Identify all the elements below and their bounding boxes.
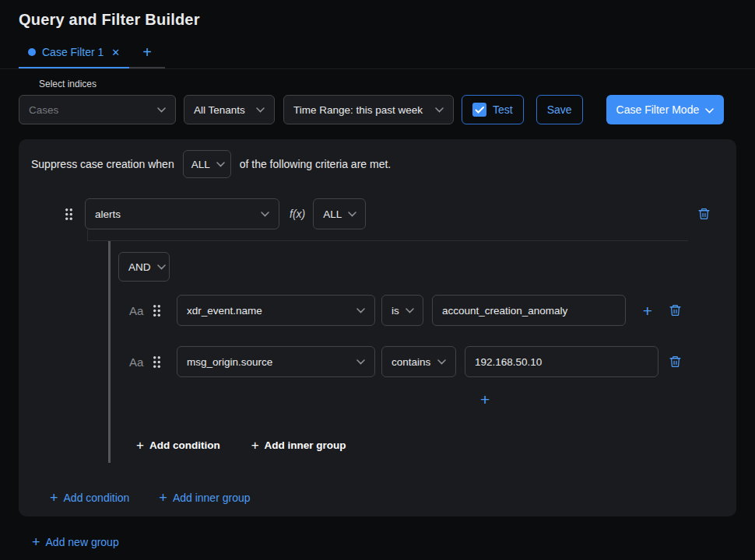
suppress-suffix-text: of the following criteria are met. <box>240 158 392 170</box>
condition-operator-value: contains <box>392 356 430 368</box>
suppress-operator-select[interactable]: ALL <box>183 150 231 178</box>
test-button[interactable]: Test <box>462 95 524 124</box>
add-new-group-label: Add new group <box>46 536 119 548</box>
toolbar: Select indices Cases All Tenants Time Ra… <box>0 79 755 124</box>
plus-icon: + <box>32 535 40 549</box>
logic-operator-value: AND <box>128 261 151 273</box>
condition-operator-select[interactable]: is <box>381 295 423 326</box>
group-connector-line <box>87 229 88 240</box>
add-inner-group-label: Add inner group <box>265 439 346 451</box>
chevron-down-icon <box>157 107 166 113</box>
case-sensitivity-toggle[interactable]: Aa <box>129 355 153 369</box>
condition-operator-value: is <box>392 305 399 317</box>
condition-field-select[interactable]: xdr_event.name <box>177 295 375 326</box>
tab-case-filter-1[interactable]: Case Filter 1 ✕ <box>19 46 129 68</box>
condition-field-value: xdr_event.name <box>187 305 262 317</box>
indices-select[interactable]: Cases <box>19 95 176 124</box>
condition-value-input[interactable] <box>432 295 626 326</box>
add-new-group-button[interactable]: + Add new group <box>32 535 755 549</box>
delete-condition-button[interactable] <box>669 303 682 317</box>
condition-field-value: msg_origin.source <box>187 356 272 368</box>
save-label: Save <box>547 103 572 116</box>
group-operator-select[interactable]: ALL <box>313 198 366 229</box>
group-row: alerts f(x) ALL <box>31 198 724 229</box>
tenants-value: All Tenants <box>194 104 245 116</box>
fx-label: f(x) <box>290 208 305 220</box>
case-filter-mode-button[interactable]: Case Filter Mode <box>606 95 724 124</box>
page-footer: + Add new group <box>32 535 755 549</box>
select-indices-label: Select indices <box>39 79 736 89</box>
delete-condition-button[interactable] <box>669 355 682 369</box>
time-range-select[interactable]: Time Range: this past week <box>283 95 454 124</box>
drag-handle-icon[interactable] <box>65 208 73 221</box>
condition-value-input[interactable] <box>465 346 658 377</box>
chevron-down-icon <box>256 107 265 113</box>
add-condition-label: Add condition <box>64 492 130 504</box>
condition-field-select[interactable]: msg_origin.source <box>177 346 375 377</box>
time-range-value: Time Range: this past week <box>293 104 423 116</box>
indices-placeholder: Cases <box>29 104 58 116</box>
chevron-down-icon <box>705 103 714 116</box>
filter-builder-panel: Suppress case creation when ALL of the f… <box>19 139 736 516</box>
group-operator-value: ALL <box>323 208 342 220</box>
drag-handle-icon[interactable] <box>153 355 161 369</box>
chevron-down-icon <box>216 162 225 167</box>
tab-close-icon[interactable]: ✕ <box>111 47 120 58</box>
add-inner-group-button[interactable]: + Add inner group <box>159 491 250 505</box>
chevron-down-icon <box>356 359 365 365</box>
inner-condition-group: AND Aa xdr_event.name is <box>108 241 687 463</box>
chevron-down-icon <box>348 212 356 217</box>
tenants-select[interactable]: All Tenants <box>184 95 275 124</box>
chevron-down-icon <box>406 308 414 313</box>
tab-bar: Case Filter 1 ✕ + <box>0 44 755 69</box>
delete-group-button[interactable] <box>697 207 711 221</box>
drag-handle-icon[interactable] <box>153 304 161 317</box>
inner-group-actions: + Add condition + Add inner group <box>136 439 687 452</box>
group-actions: + Add condition + Add inner group <box>50 491 724 505</box>
add-condition-button[interactable]: + Add condition <box>50 491 129 505</box>
chevron-down-icon <box>157 264 166 270</box>
condition-operator-select[interactable]: contains <box>381 346 456 377</box>
condition-row: Aa xdr_event.name is + <box>118 295 687 326</box>
suppress-operator-value: ALL <box>191 159 210 170</box>
add-inner-group-label: Add inner group <box>173 492 251 504</box>
mode-label: Case Filter Mode <box>616 103 700 116</box>
tab-label: Case Filter 1 <box>42 46 104 58</box>
plus-icon: + <box>136 439 144 452</box>
add-condition-button[interactable]: + Add condition <box>136 439 220 452</box>
test-label: Test <box>493 103 513 116</box>
add-tab-button[interactable]: + <box>129 44 165 68</box>
suppress-prefix-text: Suppress case creation when <box>31 158 174 170</box>
add-value-icon[interactable]: + <box>643 303 652 319</box>
chevron-down-icon <box>356 308 365 313</box>
save-button[interactable]: Save <box>536 95 583 124</box>
group-source-select[interactable]: alerts <box>85 198 279 229</box>
test-icon <box>472 103 486 117</box>
group-source-value: alerts <box>95 208 121 220</box>
page-title: Query and Filter Builder <box>0 0 755 29</box>
plus-icon: + <box>50 491 58 505</box>
chevron-down-icon <box>261 212 269 217</box>
case-sensitivity-toggle[interactable]: Aa <box>129 304 153 317</box>
condition-row: Aa msg_origin.source contains <box>118 346 687 377</box>
add-value-icon[interactable]: + <box>480 391 496 408</box>
chevron-down-icon <box>437 359 446 365</box>
suppress-rule-row: Suppress case creation when ALL of the f… <box>31 150 724 178</box>
logic-operator-select[interactable]: AND <box>118 252 170 282</box>
plus-icon: + <box>251 439 259 452</box>
tab-active-dot-icon <box>28 48 36 56</box>
add-condition-label: Add condition <box>149 439 220 451</box>
plus-icon: + <box>159 491 167 505</box>
add-inner-group-button[interactable]: + Add inner group <box>251 439 346 452</box>
chevron-down-icon <box>435 107 444 113</box>
